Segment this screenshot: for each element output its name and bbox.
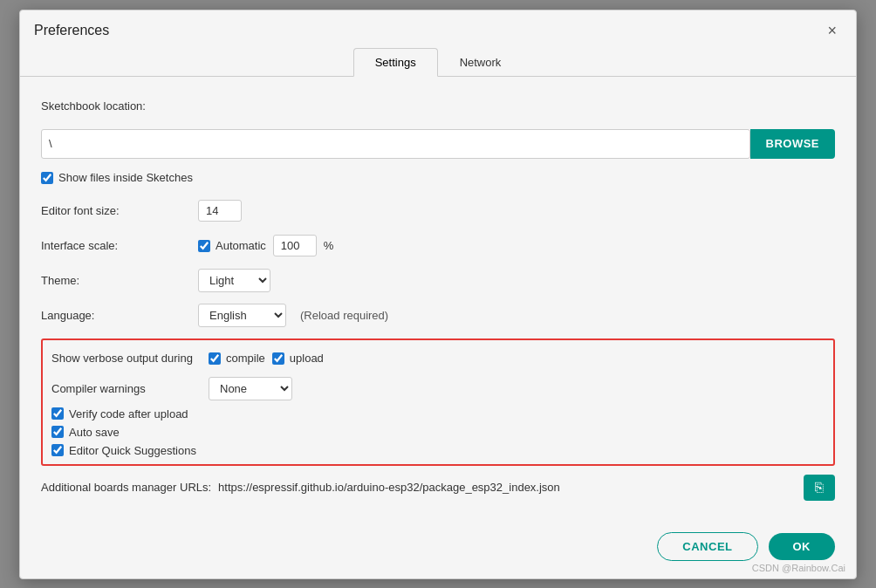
- interface-scale-row: Interface scale: Automatic %: [41, 234, 835, 258]
- verbose-output-row: Show verbose output during compile uploa…: [51, 347, 825, 370]
- browse-button[interactable]: BROWSE: [750, 129, 836, 159]
- verify-code-row: Verify code after upload: [51, 407, 825, 420]
- autosave-label: Auto save: [69, 426, 120, 439]
- editor-font-label: Editor font size:: [41, 204, 198, 217]
- verify-code-checkbox-label[interactable]: Verify code after upload: [51, 407, 188, 420]
- editor-suggestions-checkbox[interactable]: [51, 444, 64, 456]
- verbose-value-area: compile upload: [209, 352, 324, 365]
- autosave-checkbox-label[interactable]: Auto save: [51, 426, 120, 439]
- theme-select[interactable]: Light Dark: [198, 269, 270, 292]
- compiler-warnings-select[interactable]: None Default More All: [209, 377, 292, 400]
- compiler-warnings-value-area: None Default More All: [209, 377, 292, 400]
- editor-font-value-area: [198, 200, 835, 222]
- ok-button[interactable]: OK: [769, 533, 836, 560]
- compiler-warnings-label: Compiler warnings: [51, 382, 209, 395]
- editor-suggestions-row: Editor Quick Suggestions: [51, 444, 825, 457]
- editor-suggestions-checkbox-label[interactable]: Editor Quick Suggestions: [51, 444, 196, 457]
- scale-input[interactable]: [273, 235, 317, 256]
- copy-urls-button[interactable]: ⎘: [804, 475, 835, 501]
- watermark: CSDN @Rainbow.Cai: [752, 563, 845, 573]
- upload-checkbox-label[interactable]: upload: [272, 352, 324, 365]
- autosave-row: Auto save: [51, 426, 825, 439]
- show-files-row: Show files inside Sketches: [41, 166, 835, 190]
- additional-urls-value: https://espressif.github.io/arduino-esp3…: [218, 481, 793, 494]
- compiler-warnings-row: Compiler warnings None Default More All: [51, 377, 825, 400]
- editor-font-row: Editor font size:: [41, 199, 835, 223]
- theme-row: Theme: Light Dark: [41, 269, 835, 293]
- copy-icon: ⎘: [815, 480, 824, 496]
- sketchbook-input[interactable]: [41, 129, 750, 159]
- footer: CANCEL OK: [20, 518, 856, 578]
- theme-label: Theme:: [41, 274, 198, 287]
- automatic-label: Automatic: [216, 239, 266, 252]
- compile-checkbox-label[interactable]: compile: [209, 352, 265, 365]
- language-select[interactable]: English German Spanish French Italian: [198, 304, 286, 327]
- tab-network[interactable]: Network: [438, 48, 524, 77]
- language-value-area: English German Spanish French Italian (R…: [198, 304, 835, 327]
- title-bar: Preferences ×: [20, 10, 856, 47]
- cancel-button[interactable]: CANCEL: [657, 532, 757, 561]
- tab-bar: Settings Network: [20, 47, 856, 77]
- interface-scale-label: Interface scale:: [41, 239, 198, 252]
- verify-code-checkbox[interactable]: [51, 407, 64, 420]
- additional-urls-row: Additional boards manager URLs: https://…: [41, 475, 835, 501]
- editor-font-input[interactable]: [198, 200, 242, 222]
- upload-checkbox[interactable]: [272, 352, 284, 365]
- preferences-dialog: Preferences × Settings Network Sketchboo…: [19, 10, 857, 579]
- show-files-checkbox[interactable]: [41, 172, 53, 184]
- verify-code-label: Verify code after upload: [69, 407, 188, 420]
- highlighted-section: Show verbose output during compile uploa…: [41, 338, 835, 466]
- automatic-checkbox[interactable]: [198, 240, 210, 252]
- percent-label: %: [324, 239, 334, 252]
- autosave-checkbox[interactable]: [51, 426, 64, 438]
- show-files-label: Show files inside Sketches: [58, 171, 193, 184]
- sketchbook-label: Sketchbook location:: [41, 99, 198, 113]
- additional-urls-label: Additional boards manager URLs:: [41, 481, 211, 494]
- compile-label: compile: [226, 352, 265, 365]
- sketchbook-location-row: Sketchbook location:: [41, 94, 835, 119]
- interface-scale-value-area: Automatic %: [198, 235, 835, 256]
- automatic-checkbox-label[interactable]: Automatic: [198, 239, 266, 252]
- show-files-checkbox-label[interactable]: Show files inside Sketches: [41, 171, 193, 184]
- compile-checkbox[interactable]: [209, 352, 221, 365]
- reload-note: (Reload required): [300, 309, 388, 322]
- settings-content: Sketchbook location: BROWSE Show files i…: [20, 77, 856, 518]
- verbose-label: Show verbose output during: [51, 352, 209, 365]
- theme-value-area: Light Dark: [198, 269, 835, 292]
- language-row: Language: English German Spanish French …: [41, 304, 835, 328]
- language-label: Language:: [41, 309, 198, 322]
- sketchbook-input-row: BROWSE: [41, 129, 835, 159]
- close-button[interactable]: ×: [822, 21, 842, 40]
- editor-suggestions-label: Editor Quick Suggestions: [69, 444, 196, 457]
- dialog-title: Preferences: [34, 23, 109, 38]
- upload-label: upload: [290, 352, 324, 365]
- tab-settings[interactable]: Settings: [353, 48, 438, 77]
